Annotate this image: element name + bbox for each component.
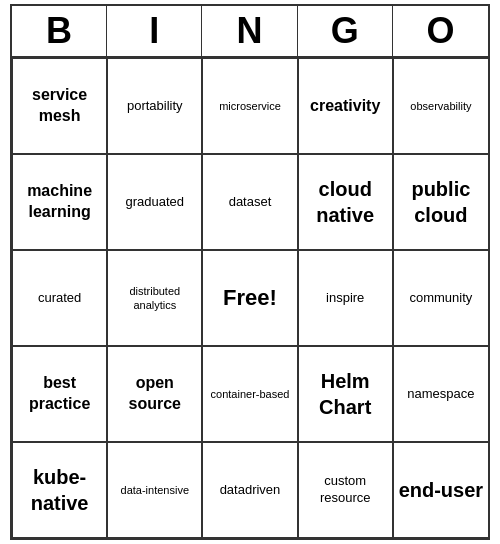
bingo-cell: community <box>393 250 488 346</box>
bingo-cell: service mesh <box>12 58 107 154</box>
bingo-cell: kube-native <box>12 442 107 538</box>
bingo-grid: service meshportabilitymicroservicecreat… <box>12 58 488 538</box>
bingo-cell: custom resource <box>298 442 393 538</box>
bingo-cell: cloud native <box>298 154 393 250</box>
bingo-cell: public cloud <box>393 154 488 250</box>
header-letter: I <box>107 6 202 56</box>
bingo-cell: open source <box>107 346 202 442</box>
bingo-header: BINGO <box>12 6 488 58</box>
bingo-cell: graduated <box>107 154 202 250</box>
bingo-cell: distributed analytics <box>107 250 202 346</box>
bingo-cell: dataset <box>202 154 297 250</box>
bingo-cell: portability <box>107 58 202 154</box>
header-letter: B <box>12 6 107 56</box>
bingo-cell: microservice <box>202 58 297 154</box>
bingo-cell: data-intensive <box>107 442 202 538</box>
bingo-cell: observability <box>393 58 488 154</box>
bingo-cell: machine learning <box>12 154 107 250</box>
bingo-card: BINGO service meshportabilitymicroservic… <box>10 4 490 540</box>
bingo-cell: best practice <box>12 346 107 442</box>
header-letter: N <box>202 6 297 56</box>
header-letter: O <box>393 6 488 56</box>
bingo-cell: datadriven <box>202 442 297 538</box>
bingo-cell: container-based <box>202 346 297 442</box>
bingo-cell: inspire <box>298 250 393 346</box>
bingo-cell: Helm Chart <box>298 346 393 442</box>
bingo-cell: creativity <box>298 58 393 154</box>
bingo-cell: namespace <box>393 346 488 442</box>
header-letter: G <box>298 6 393 56</box>
bingo-cell: curated <box>12 250 107 346</box>
bingo-cell: Free! <box>202 250 297 346</box>
bingo-cell: end-user <box>393 442 488 538</box>
